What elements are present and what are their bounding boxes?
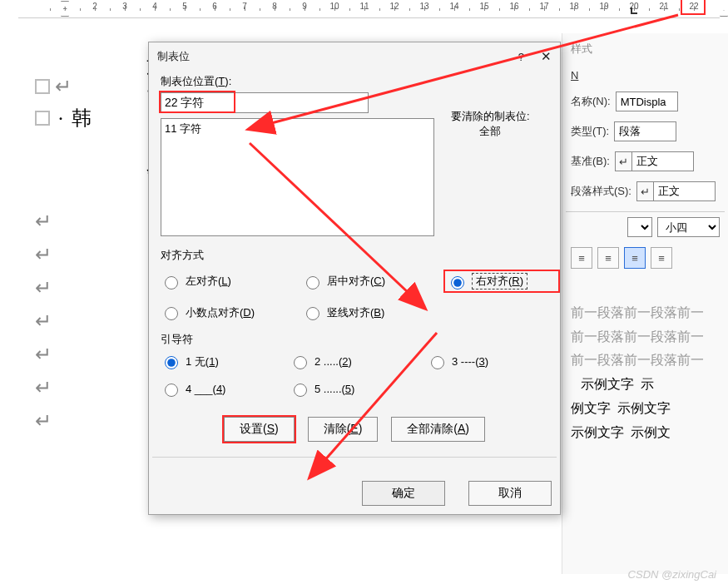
checkbox-icon[interactable] [35, 79, 50, 94]
clear-button[interactable]: 清除(E) [308, 417, 379, 442]
document-area: 12345678910111213141516171819202122 文献起止… [0, 0, 728, 584]
align-center-radio[interactable]: 居中对齐(C) [302, 270, 443, 293]
checkbox-icon[interactable] [35, 111, 50, 126]
para-mark-icon: ↵ [35, 310, 52, 332]
clear-tabs-value: 全部 [451, 124, 530, 139]
highlight-box [681, 0, 706, 15]
leader-head: 引导符 [161, 332, 548, 347]
set-button[interactable]: 设置(S) [224, 417, 295, 442]
bullet: · [58, 107, 63, 130]
align-decimal-radio[interactable]: 小数点对齐(D) [161, 304, 302, 320]
help-button[interactable]: ? [518, 51, 524, 63]
style-hint: 样式 [571, 42, 720, 57]
para-mark-icon: ↵ [35, 410, 52, 432]
based-label: 基准(B): [571, 154, 610, 169]
name-field[interactable] [616, 92, 678, 111]
para-mark-icon: ↵ [35, 210, 52, 232]
next-label: 段落样式(S): [571, 184, 631, 199]
leader-1-radio[interactable]: 1 无(1) [161, 354, 290, 369]
ruler[interactable]: 12345678910111213141516171819202122 [18, 0, 720, 18]
tabs-dialog: 制表位 ? ✕ 制表位位置(T): 11 字符 要清除的制 [148, 42, 561, 515]
cancel-button[interactable]: 取消 [468, 481, 552, 506]
align-center-button[interactable]: ≡ [597, 247, 619, 269]
align-right-button[interactable]: ≡ [651, 247, 672, 269]
align-justify-button[interactable]: ≡ [624, 247, 646, 269]
para-mark-icon: ↵ [35, 244, 52, 265]
author-text: 韩 [72, 105, 92, 131]
tab-position-label: 制表位位置(T): [161, 74, 548, 89]
tab-stop-marker[interactable] [631, 7, 637, 14]
watermark: CSDN @zixingCai [628, 568, 716, 581]
align-bar-radio[interactable]: 竖线对齐(B) [302, 304, 443, 320]
style-panel: 样式 N /* fallback handled below */ 名称(N):… [562, 33, 728, 574]
name-label: 名称(N): [571, 94, 611, 109]
clear-all-button[interactable]: 全部清除(A) [391, 417, 485, 442]
para-mark-icon: ↵ [35, 377, 52, 398]
leader-3-radio[interactable]: 3 ----(3) [427, 354, 552, 369]
name-label: N [571, 69, 578, 82]
reset-icon[interactable]: ↵ [615, 151, 632, 171]
clear-tabs-label: 要清除的制表位: [451, 109, 530, 124]
align-left-radio[interactable]: 左对齐(L) [161, 270, 302, 293]
ok-button[interactable]: 确定 [362, 481, 445, 506]
leader-4-radio[interactable]: 4 ___(4) [161, 381, 290, 397]
reset-icon[interactable]: ↵ [636, 181, 654, 201]
style-preview: 前一段落前一段落前一 前一段落前一段落前一 前一段落前一段落前一 示例文字 示 … [571, 277, 720, 468]
font-family-select[interactable] [627, 217, 652, 237]
alignment-head: 对齐方式 [161, 248, 548, 263]
tab-position-input[interactable] [161, 92, 369, 113]
leader-2-radio[interactable]: 2 .....(2) [290, 354, 427, 369]
list-item[interactable]: 11 字符 [165, 121, 430, 137]
based-field[interactable] [631, 151, 694, 171]
align-right-radio[interactable]: 右对齐(R) [443, 270, 560, 293]
indent-marker-right[interactable] [720, 10, 728, 17]
para-mark-icon: ↵ [55, 75, 72, 98]
para-mark-icon: ↵ [35, 277, 52, 299]
close-icon[interactable]: ✕ [541, 49, 552, 64]
font-size-select[interactable]: 小四 [657, 217, 720, 237]
dialog-titlebar[interactable]: 制表位 ? ✕ [149, 42, 560, 71]
type-label: 类型(T): [571, 124, 609, 139]
para-mark-icon: ↵ [35, 344, 52, 365]
indent-marker-left[interactable] [61, 10, 69, 17]
tab-position-listbox[interactable]: 11 字符 [161, 118, 434, 236]
leader-5-radio[interactable]: 5 ......(5) [290, 381, 427, 397]
dialog-title: 制表位 [157, 49, 190, 64]
type-field[interactable] [614, 121, 676, 141]
align-left-button[interactable]: ≡ [571, 247, 592, 269]
next-field[interactable] [653, 181, 716, 201]
